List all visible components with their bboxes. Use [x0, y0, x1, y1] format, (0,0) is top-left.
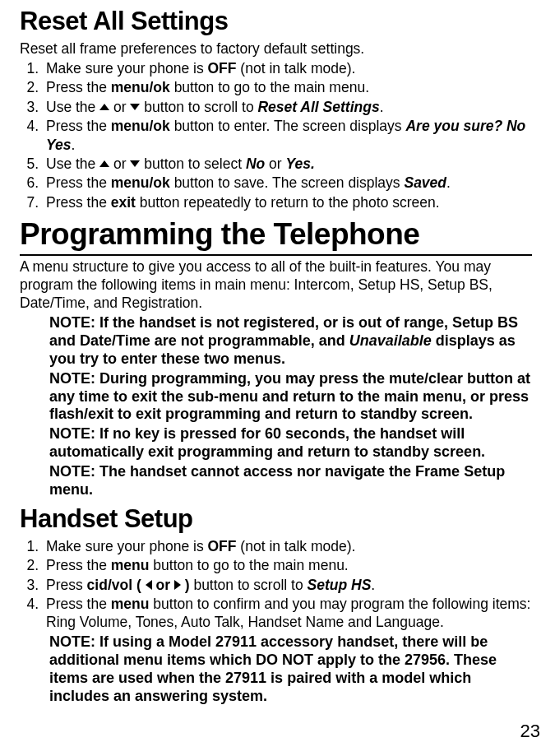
list-item: Make sure your phone is OFF (not in talk…	[43, 59, 532, 77]
page-number: 23	[520, 720, 540, 743]
list-item: Press the menu button to go to the main …	[43, 556, 532, 574]
arrow-down-icon	[130, 104, 140, 110]
arrow-left-icon	[146, 580, 152, 590]
arrow-right-icon	[174, 580, 181, 590]
programming-title: Programming the Telephone	[20, 215, 532, 255]
reset-steps: Make sure your phone is OFF (not in talk…	[20, 59, 532, 211]
note: NOTE: If no key is pressed for 60 second…	[49, 425, 532, 461]
list-item: Press cid/vol ( or ) button to scroll to…	[43, 576, 532, 594]
list-item: Press the menu button to confirm and you…	[43, 595, 532, 632]
list-item: Press the exit button repeatedly to retu…	[43, 193, 532, 211]
note: NOTE: If using a Model 27911 accessory h…	[49, 633, 532, 706]
list-item: Use the or button to scroll to Reset All…	[43, 98, 532, 116]
reset-intro: Reset all frame preferences to factory d…	[20, 39, 532, 58]
reset-title: Reset All Settings	[20, 5, 532, 38]
note: NOTE: The handset cannot access nor navi…	[49, 463, 532, 499]
handset-steps: Make sure your phone is OFF (not in talk…	[20, 537, 532, 632]
arrow-up-icon	[99, 160, 109, 167]
list-item: Press the menu/ok button to save. The sc…	[43, 174, 532, 192]
list-item: Press the menu/ok button to go to the ma…	[43, 78, 532, 96]
note: NOTE: If the handset is not registered, …	[49, 314, 532, 369]
list-item: Make sure your phone is OFF (not in talk…	[43, 537, 532, 555]
handset-setup-title: Handset Setup	[20, 503, 532, 536]
arrow-up-icon	[99, 104, 109, 110]
note: NOTE: During programming, you may press …	[49, 370, 532, 424]
list-item: Press the menu/ok button to enter. The s…	[43, 117, 532, 154]
list-item: Use the or button to select No or Yes.	[43, 155, 532, 173]
arrow-down-icon	[130, 160, 140, 167]
programming-intro: A menu structure to give you access to a…	[20, 257, 532, 313]
